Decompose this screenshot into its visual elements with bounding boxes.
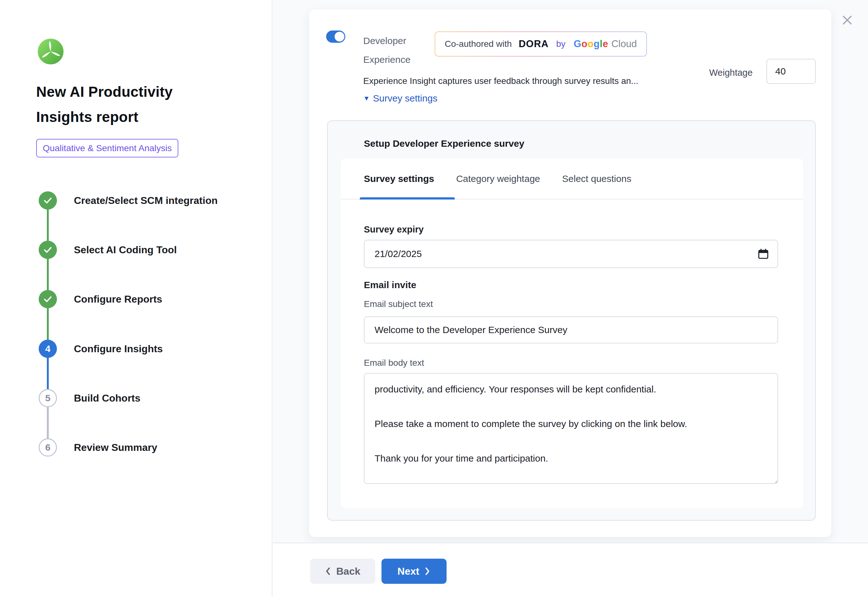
coauthor-by: by	[556, 39, 566, 49]
developer-experience-toggle[interactable]	[326, 30, 345, 43]
page-title: New AI Productivity Insights report	[36, 79, 212, 129]
survey-expiry-input[interactable]	[364, 240, 778, 268]
step-todo-circle: 5	[39, 389, 57, 407]
stepper-item-configure-reports[interactable]: Configure Reports	[39, 290, 162, 308]
coauthor-badge-inner: Co-authored with DORA by Google Cloud	[435, 32, 646, 56]
google-letter: o	[582, 38, 588, 49]
next-button[interactable]: Next	[381, 559, 447, 584]
tab-select-questions[interactable]: Select questions	[562, 174, 631, 184]
survey-expiry-label: Survey expiry	[364, 224, 424, 235]
survey-settings-collapse-link[interactable]: ▼ Survey settings	[363, 93, 438, 104]
stepper-item-ai-coding-tool[interactable]: Select AI Coding Tool	[39, 241, 177, 259]
stepper-item-scm-integration[interactable]: Create/Select SCM integration	[39, 192, 217, 209]
sidebar: New AI Productivity Insights report Qual…	[0, 0, 272, 597]
coauthor-prefix: Co-authored with	[445, 39, 512, 49]
configure-insights-panel: Developer Experience Co-authored with DO…	[309, 9, 831, 537]
coauthor-badge: Co-authored with DORA by Google Cloud	[435, 31, 647, 56]
calendar-icon[interactable]	[757, 248, 769, 260]
google-logo: Google	[574, 38, 608, 50]
step-label: Configure Reports	[74, 294, 162, 305]
app-logo-propeller-icon	[38, 39, 64, 64]
dora-logo: DORA	[519, 38, 548, 50]
step-done-circle	[39, 192, 57, 209]
active-tab-indicator	[360, 198, 455, 199]
step-label: Create/Select SCM integration	[74, 195, 217, 206]
setup-survey-card: Setup Developer Experience survey Survey…	[327, 120, 816, 521]
setup-survey-heading: Setup Developer Experience survey	[364, 138, 524, 149]
survey-expiry-field	[364, 240, 778, 268]
weightage-label: Weightage	[709, 68, 753, 78]
close-icon	[841, 14, 853, 27]
weightage-input[interactable]	[767, 59, 816, 84]
email-subject-label: Email subject text	[364, 299, 433, 309]
check-icon	[43, 196, 52, 205]
chevron-left-icon	[325, 567, 331, 576]
insight-description: Experience Insight captures user feedbac…	[363, 76, 706, 86]
step-todo-circle: 6	[39, 438, 57, 457]
toggle-knob	[335, 32, 344, 42]
tab-survey-settings[interactable]: Survey settings	[364, 174, 434, 184]
survey-tabs-card: Survey settings Category weightage Selec…	[341, 159, 803, 508]
tab-row: Survey settings Category weightage Selec…	[341, 159, 803, 199]
insight-name: Developer Experience	[363, 31, 431, 69]
back-button-label: Back	[336, 566, 360, 577]
next-button-label: Next	[398, 566, 419, 577]
survey-settings-link-label: Survey settings	[373, 93, 438, 104]
step-label: Select AI Coding Tool	[74, 244, 177, 256]
chevron-down-icon: ▼	[363, 95, 370, 102]
back-button[interactable]: Back	[310, 559, 375, 584]
check-icon	[43, 245, 52, 254]
stepper-item-configure-insights[interactable]: 4 Configure Insights	[39, 340, 163, 358]
step-label: Configure Insights	[74, 343, 163, 355]
step-active-circle: 4	[39, 340, 57, 358]
google-letter: g	[594, 38, 600, 49]
stepper-item-review-summary[interactable]: 6 Review Summary	[39, 438, 157, 457]
step-label: Review Summary	[74, 442, 157, 453]
email-subject-field	[364, 316, 778, 343]
chevron-right-icon	[424, 567, 430, 576]
report-type-badge: Qualitative & Sentiment Analysis	[36, 139, 178, 157]
tab-category-weightage[interactable]: Category weightage	[456, 174, 540, 184]
email-subject-input[interactable]	[364, 316, 778, 343]
google-letter: G	[574, 38, 582, 49]
close-button[interactable]	[841, 14, 853, 27]
email-body-textarea[interactable]: productivity, and efficiency. Your respo…	[364, 373, 778, 484]
google-letter: o	[588, 38, 593, 49]
step-done-circle	[39, 241, 57, 259]
check-icon	[43, 294, 52, 304]
email-body-label: Email body text	[364, 358, 424, 368]
email-invite-heading: Email invite	[364, 280, 416, 290]
step-done-circle	[39, 290, 57, 308]
google-letter: l	[600, 38, 603, 49]
cloud-label: Cloud	[611, 38, 637, 50]
stepper-item-build-cohorts[interactable]: 5 Build Cohorts	[39, 389, 141, 407]
google-letter: e	[603, 38, 608, 49]
step-label: Build Cohorts	[74, 392, 141, 404]
